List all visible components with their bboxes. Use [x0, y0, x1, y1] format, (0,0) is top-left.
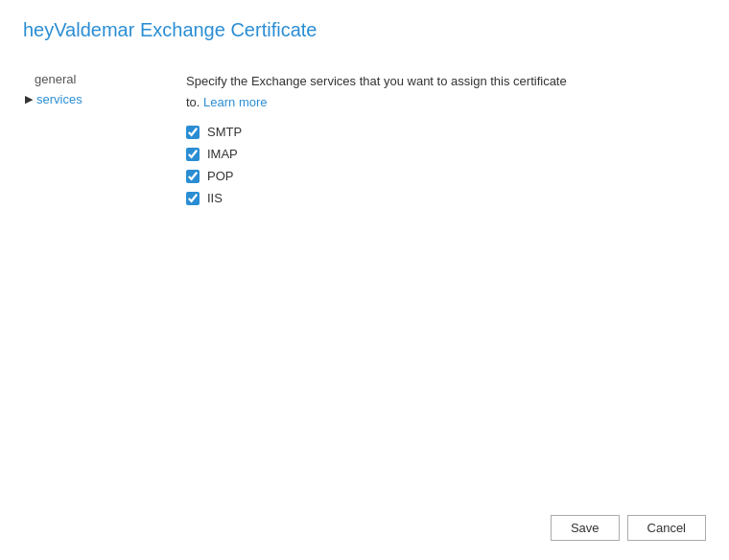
pop-label: POP: [207, 169, 233, 183]
content-area: general ▶ services Specify the Exchange …: [23, 72, 706, 541]
page-container: heyValdemar Exchange Certificate general…: [0, 0, 729, 560]
iis-label: IIS: [207, 191, 223, 205]
sidebar-item-general: general: [23, 72, 176, 86]
smtp-label: SMTP: [207, 125, 242, 139]
learn-more-link[interactable]: Learn more: [203, 95, 267, 109]
page-title: heyValdemar Exchange Certificate: [23, 19, 706, 53]
imap-checkbox[interactable]: [186, 148, 200, 161]
main-content: Specify the Exchange services that you w…: [176, 72, 706, 541]
save-button[interactable]: Save: [551, 515, 620, 541]
sidebar: general ▶ services: [23, 72, 176, 541]
footer-buttons: Save Cancel: [551, 515, 706, 541]
description-line1: Specify the Exchange services that you w…: [186, 72, 706, 91]
service-item-pop: POP: [186, 169, 706, 183]
smtp-checkbox[interactable]: [186, 126, 200, 139]
sidebar-item-services[interactable]: ▶ services: [23, 92, 176, 106]
iis-checkbox[interactable]: [186, 192, 200, 205]
cancel-button[interactable]: Cancel: [627, 515, 706, 541]
imap-label: IMAP: [207, 147, 238, 161]
description-line2: to. Learn more: [186, 93, 706, 112]
sidebar-services-label: services: [36, 92, 82, 106]
service-item-smtp: SMTP: [186, 125, 706, 139]
pop-checkbox[interactable]: [186, 170, 200, 183]
service-item-iis: IIS: [186, 191, 706, 205]
service-item-imap: IMAP: [186, 147, 706, 161]
services-list: SMTP IMAP POP IIS: [186, 125, 706, 205]
sidebar-arrow-icon: ▶: [25, 93, 33, 105]
